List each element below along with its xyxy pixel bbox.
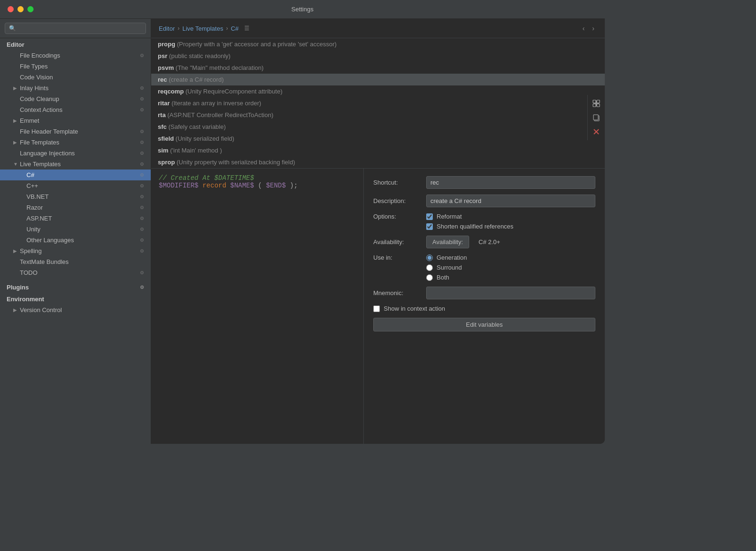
edit-variables-button[interactable]: Edit variables — [373, 318, 595, 331]
template-item-sim[interactable]: sim ('int Main' method ) — [151, 144, 605, 156]
delete-icon — [593, 128, 600, 136]
sidebar-item-csharp[interactable]: C# ⚙ — [0, 170, 151, 180]
copy-icon — [593, 114, 600, 121]
sidebar-item-file-types[interactable]: File Types — [0, 61, 151, 72]
use-in-both-label[interactable]: Both — [437, 274, 449, 281]
sidebar-item-code-cleanup[interactable]: Code Cleanup ⚙ — [0, 93, 151, 104]
availability-row: Availability: Availability: C# 2.0+ — [373, 236, 595, 248]
template-item-psvm[interactable]: psvm (The "Main" method declaration) — [151, 62, 605, 74]
environment-section-header: Environment — [0, 293, 151, 305]
description-row: Description: — [373, 195, 595, 207]
description-input[interactable] — [426, 195, 595, 207]
minimize-button[interactable] — [17, 6, 24, 12]
chevron-down-icon: ▼ — [13, 161, 20, 167]
template-key: psvm — [158, 64, 174, 71]
reformat-checkbox[interactable] — [426, 213, 433, 220]
shorten-refs-label[interactable]: Shorten qualified references — [437, 223, 514, 230]
template-item-propg[interactable]: propg (Property with a 'get' accessor an… — [151, 38, 605, 50]
sidebar-item-file-encodings[interactable]: File Encodings ⚙ — [0, 50, 151, 61]
template-item-sprop[interactable]: sprop (Unity property with serialized ba… — [151, 156, 605, 168]
sidebar-item-version-control[interactable]: ▶ Version Control — [0, 305, 151, 315]
template-list: propg (Property with a 'get' accessor an… — [151, 38, 605, 168]
breadcrumb-nav: ‹ › — [580, 24, 597, 33]
plugins-icon: ⚙ — [140, 285, 144, 290]
sidebar-item-unity[interactable]: Unity ⚙ — [0, 224, 151, 235]
template-key: psr — [158, 52, 167, 59]
sidebar-item-context-actions[interactable]: Context Actions ⚙ — [0, 104, 151, 115]
options-row: Options: Reformat Shorten qualified refe… — [373, 213, 595, 230]
sidebar-item-razor[interactable]: Razor ⚙ — [0, 202, 151, 213]
reformat-label[interactable]: Reformat — [437, 213, 462, 220]
template-key: sim — [158, 147, 168, 154]
use-in-surround-label[interactable]: Surround — [437, 264, 462, 271]
chevron-right-icon: ▶ — [13, 85, 20, 91]
show-context-checkbox[interactable] — [373, 305, 380, 312]
search-input-wrapper[interactable]: 🔍 — [5, 23, 146, 34]
action-buttons — [587, 95, 605, 140]
settings-icon: ⚙ — [140, 227, 144, 232]
template-item-reqcomp[interactable]: reqcomp (Unity RequireComponent attribut… — [151, 85, 605, 97]
use-in-row: Use in: Generation Surround — [373, 254, 595, 281]
chevron-right-icon: ▶ — [13, 140, 20, 145]
settings-icon: ⚙ — [140, 216, 144, 221]
template-item-rta[interactable]: rta (ASP.NET Controller RedirectToAction… — [151, 109, 605, 121]
template-item-rec[interactable]: rec (create a C# record) — [151, 74, 605, 85]
sidebar-item-label: Emmet — [20, 117, 144, 124]
template-item-sfield[interactable]: sfield (Unity serialized field) — [151, 133, 605, 144]
nav-back-button[interactable]: ‹ — [580, 24, 588, 33]
close-button[interactable] — [8, 6, 14, 12]
sidebar-item-textmate-bundles[interactable]: TextMate Bundles — [0, 256, 151, 267]
plugins-section-header: Plugins ⚙ — [0, 281, 151, 293]
copy-template-button[interactable] — [590, 111, 603, 124]
sidebar-item-file-header-template[interactable]: File Header Template ⚙ — [0, 126, 151, 137]
template-key: propg — [158, 41, 175, 48]
use-in-generation-label[interactable]: Generation — [437, 254, 467, 261]
template-desc: (Unity serialized field) — [176, 135, 234, 142]
delete-template-button[interactable] — [590, 125, 603, 138]
use-in-surround-radio[interactable] — [426, 264, 433, 271]
breadcrumb-menu-icon[interactable]: ☰ — [244, 25, 249, 32]
breadcrumb-editor[interactable]: Editor — [159, 25, 175, 32]
use-in-generation-radio[interactable] — [426, 254, 433, 261]
template-desc: (Unity RequireComponent attribute) — [186, 88, 283, 95]
sidebar-item-label: TODO — [20, 269, 140, 276]
sidebar-item-todo[interactable]: TODO ⚙ — [0, 267, 151, 278]
template-item-ritar[interactable]: ritar (Iterate an array in inverse order… — [151, 97, 605, 109]
sidebar-item-cpp[interactable]: C++ ⚙ — [0, 180, 151, 191]
settings-icon: ⚙ — [140, 183, 144, 188]
use-in-both-radio[interactable] — [426, 274, 433, 281]
shorten-refs-checkbox[interactable] — [426, 223, 433, 230]
sidebar-item-inlay-hints[interactable]: ▶ Inlay Hints ⚙ — [0, 83, 151, 93]
sidebar-item-aspnet[interactable]: ASP.NET ⚙ — [0, 213, 151, 224]
sidebar-item-vbnet[interactable]: VB.NET ⚙ — [0, 191, 151, 202]
sidebar-item-emmet[interactable]: ▶ Emmet — [0, 115, 151, 126]
search-field[interactable] — [19, 25, 142, 32]
breadcrumb-live-templates[interactable]: Live Templates — [182, 25, 223, 32]
svg-rect-2 — [593, 100, 596, 103]
show-context-label[interactable]: Show in context action — [384, 305, 445, 312]
template-item-psr[interactable]: psr (public static readonly) — [151, 50, 605, 62]
description-label: Description: — [373, 197, 421, 204]
add-template-button[interactable] — [590, 97, 603, 110]
mnemonic-input[interactable] — [426, 287, 595, 299]
sidebar-item-language-injections[interactable]: Language Injections ⚙ — [0, 148, 151, 159]
settings-icon: ⚙ — [140, 270, 144, 275]
sidebar-item-other-languages[interactable]: Other Languages ⚙ — [0, 235, 151, 246]
sidebar-item-live-templates[interactable]: ▼ Live Templates ⚙ — [0, 159, 151, 170]
template-key: sfield — [158, 135, 174, 142]
breadcrumb-csharp[interactable]: C# — [231, 25, 239, 32]
window-controls — [8, 6, 34, 12]
sidebar-item-spelling[interactable]: ▶ Spelling ⚙ — [0, 246, 151, 256]
sidebar-item-label: Language Injections — [20, 150, 140, 157]
sidebar-item-code-vision[interactable]: Code Vision — [0, 72, 151, 83]
sidebar-item-label: Version Control — [20, 306, 144, 314]
settings-icon: ⚙ — [140, 96, 144, 102]
maximize-button[interactable] — [27, 6, 34, 12]
sidebar-item-file-templates[interactable]: ▶ File Templates ⚙ — [0, 137, 151, 148]
availability-button[interactable]: Availability: — [426, 236, 469, 248]
shortcut-input[interactable] — [426, 176, 595, 189]
title-bar: Settings — [0, 0, 605, 19]
template-item-sfc[interactable]: sfc (Safely cast variable) — [151, 121, 605, 133]
shorten-refs-row: Shorten qualified references — [426, 223, 514, 230]
nav-forward-button[interactable]: › — [589, 24, 597, 33]
